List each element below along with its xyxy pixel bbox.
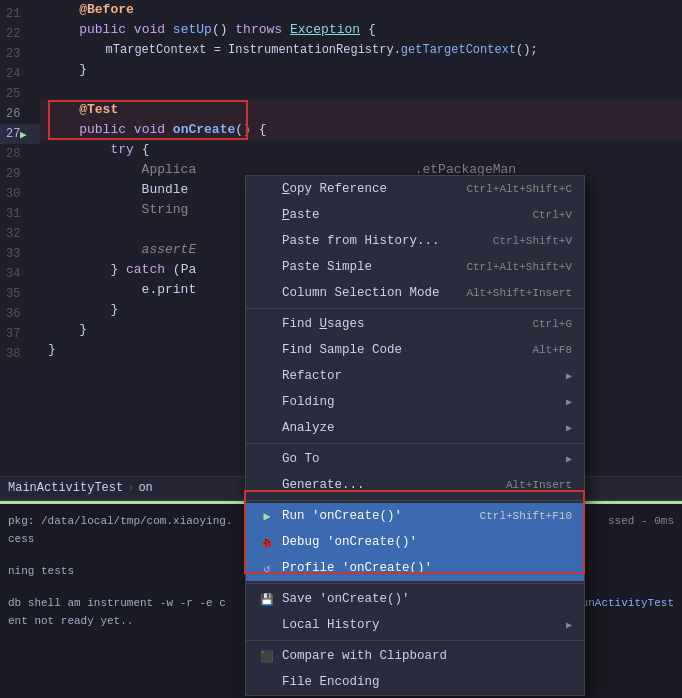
find-sample-icon [258,341,276,359]
menu-label-column-mode: Column Selection Mode [282,286,450,300]
menu-label-run: Run 'onCreate()' [282,509,464,523]
context-menu: Copy Reference Ctrl+Alt+Shift+C Paste Ct… [245,175,585,696]
menu-label-copy-reference: Copy Reference [282,182,450,196]
menu-item-column-mode[interactable]: Column Selection Mode Alt+Shift+Insert [246,280,584,306]
menu-item-goto[interactable]: Go To ▶ [246,446,584,472]
line-num-31: 31 [0,204,40,224]
separator-5 [246,640,584,641]
menu-label-paste: Paste [282,208,516,222]
separator-3 [246,500,584,501]
line-num-29: 29 [0,164,40,184]
menu-item-copy-reference[interactable]: Copy Reference Ctrl+Alt+Shift+C [246,176,584,202]
paste-history-icon [258,232,276,250]
code-line-25 [40,80,682,100]
line-num-34: 34 [0,264,40,284]
debug-icon: 🐞 [258,533,276,551]
folding-arrow: ▶ [566,396,572,408]
menu-label-paste-history: Paste from History... [282,234,477,248]
menu-item-paste-history[interactable]: Paste from History... Ctrl+Shift+V [246,228,584,254]
menu-label-compare-clipboard: Compare with Clipboard [282,649,572,663]
menu-item-folding[interactable]: Folding ▶ [246,389,584,415]
menu-label-generate: Generate... [282,478,490,492]
analyze-icon [258,419,276,437]
code-line-22: public void setUp() throws Exception { [40,20,682,40]
menu-item-paste[interactable]: Paste Ctrl+V [246,202,584,228]
breadcrumb-method: on [138,481,152,495]
line-num-24: 24 [0,64,40,84]
line-num-30: 30 [0,184,40,204]
menu-item-find-usages[interactable]: Find Usages Ctrl+G [246,311,584,337]
analyze-arrow: ▶ [566,422,572,434]
code-line-26: @Test [40,100,682,120]
separator-2 [246,443,584,444]
local-history-icon [258,616,276,634]
goto-arrow: ▶ [566,453,572,465]
line-num-38: 38 [0,344,40,364]
goto-icon [258,450,276,468]
run-icon: ▶ [258,507,276,525]
paste-simple-icon [258,258,276,276]
menu-item-find-sample[interactable]: Find Sample Code Alt+F8 [246,337,584,363]
menu-label-debug: Debug 'onCreate()' [282,535,572,549]
menu-label-file-encoding: File Encoding [282,675,572,689]
menu-label-refactor: Refactor [282,369,562,383]
menu-label-profile: Profile 'onCreate()' [282,561,572,575]
line-num-37: 37 [0,324,40,344]
shortcut-find-sample: Alt+F8 [532,344,572,356]
line-num-25: 25 [0,84,40,104]
menu-label-find-sample: Find Sample Code [282,343,516,357]
line-num-26: 26 [0,104,40,124]
menu-label-save: Save 'onCreate()' [282,592,572,606]
code-line-27: public void onCreate() { [40,120,682,140]
line-num-35: 35 [0,284,40,304]
menu-item-refactor[interactable]: Refactor ▶ [246,363,584,389]
menu-item-paste-simple[interactable]: Paste Simple Ctrl+Alt+Shift+V [246,254,584,280]
menu-label-analyze: Analyze [282,421,562,435]
shortcut-generate: Alt+Insert [506,479,572,491]
column-mode-icon [258,284,276,302]
save-icon: 💾 [258,590,276,608]
separator-4 [246,583,584,584]
local-history-arrow: ▶ [566,619,572,631]
shortcut-find-usages: Ctrl+G [532,318,572,330]
shortcut-copy-reference: Ctrl+Alt+Shift+C [466,183,572,195]
menu-label-find-usages: Find Usages [282,317,516,331]
line-num-36: 36 [0,304,40,324]
menu-label-local-history: Local History [282,618,562,632]
code-line-28: try { [40,140,682,160]
line-num-27: 27 ▶ [0,124,40,144]
separator-1 [246,308,584,309]
menu-item-debug[interactable]: 🐞 Debug 'onCreate()' [246,529,584,555]
line-num-32: 32 [0,224,40,244]
line-num-33: 33 [0,244,40,264]
line-num-28: 28 [0,144,40,164]
compare-icon: ⬛ [258,647,276,665]
refactor-icon [258,367,276,385]
breadcrumb-sep: › [127,481,134,495]
shortcut-paste: Ctrl+V [532,209,572,221]
menu-item-profile[interactable]: ↺ Profile 'onCreate()' [246,555,584,581]
shortcut-paste-history: Ctrl+Shift+V [493,235,572,247]
shortcut-paste-simple: Ctrl+Alt+Shift+V [466,261,572,273]
code-line-21: @Before [40,0,682,20]
refactor-arrow: ▶ [566,370,572,382]
shortcut-run: Ctrl+Shift+F10 [480,510,572,522]
menu-item-run[interactable]: ▶ Run 'onCreate()' Ctrl+Shift+F10 [246,503,584,529]
profile-icon: ↺ [258,559,276,577]
menu-item-file-encoding[interactable]: File Encoding [246,669,584,695]
menu-item-generate[interactable]: Generate... Alt+Insert [246,472,584,498]
folding-icon [258,393,276,411]
menu-label-folding: Folding [282,395,562,409]
menu-item-compare-clipboard[interactable]: ⬛ Compare with Clipboard [246,643,584,669]
menu-item-local-history[interactable]: Local History ▶ [246,612,584,638]
menu-item-analyze[interactable]: Analyze ▶ [246,415,584,441]
file-encoding-icon [258,673,276,691]
menu-item-save[interactable]: 💾 Save 'onCreate()' [246,586,584,612]
line-num-22: 22 [0,24,40,44]
breadcrumb-class: MainActivityTest [8,481,123,495]
copy-reference-icon [258,180,276,198]
code-line-23: mTargetContext = InstrumentationRegistry… [40,40,682,60]
line-num-21: 21 [0,4,40,24]
find-usages-icon [258,315,276,333]
line-num-23: 23 [0,44,40,64]
